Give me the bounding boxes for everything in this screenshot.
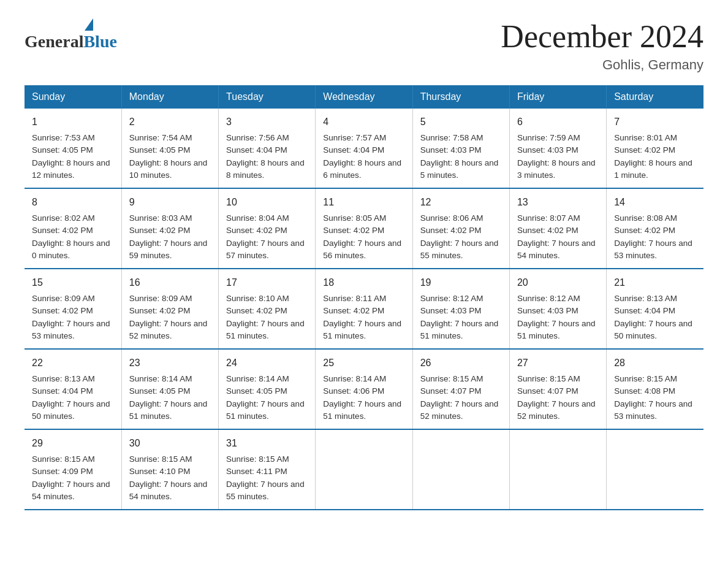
day-info: Sunrise: 7:54 AMSunset: 4:05 PMDaylight:… (129, 132, 211, 182)
day-number: 19 (420, 275, 502, 290)
calendar-cell: 14Sunrise: 8:08 AMSunset: 4:02 PMDayligh… (607, 188, 703, 269)
day-number: 5 (420, 115, 502, 129)
calendar-cell: 7Sunrise: 8:01 AMSunset: 4:02 PMDaylight… (607, 109, 703, 188)
day-number: 25 (323, 356, 404, 370)
calendar-cell: 16Sunrise: 8:09 AMSunset: 4:02 PMDayligh… (121, 269, 218, 349)
logo-general-text: General (25, 32, 83, 52)
calendar-cell: 2Sunrise: 7:54 AMSunset: 4:05 PMDaylight… (121, 109, 218, 188)
header-day-monday: Monday (121, 85, 218, 109)
day-number: 30 (129, 436, 211, 451)
calendar-title: December 2024 (501, 18, 703, 55)
day-number: 2 (129, 115, 211, 129)
day-number: 16 (129, 275, 211, 290)
day-info: Sunrise: 7:56 AMSunset: 4:04 PMDaylight:… (226, 132, 308, 182)
day-info: Sunrise: 8:06 AMSunset: 4:02 PMDaylight:… (420, 212, 502, 262)
day-number: 1 (32, 115, 114, 129)
day-info: Sunrise: 8:02 AMSunset: 4:02 PMDaylight:… (32, 212, 114, 262)
day-info: Sunrise: 8:09 AMSunset: 4:02 PMDaylight:… (129, 293, 211, 342)
day-info: Sunrise: 8:15 AMSunset: 4:08 PMDaylight:… (614, 373, 696, 423)
day-info: Sunrise: 8:11 AMSunset: 4:02 PMDaylight:… (323, 293, 404, 342)
calendar-cell (509, 429, 606, 510)
calendar-cell (607, 429, 703, 510)
day-info: Sunrise: 8:04 AMSunset: 4:02 PMDaylight:… (226, 212, 308, 262)
calendar-cell: 21Sunrise: 8:13 AMSunset: 4:04 PMDayligh… (607, 269, 703, 349)
week-row-2: 8Sunrise: 8:02 AMSunset: 4:02 PMDaylight… (25, 188, 703, 269)
calendar-cell: 12Sunrise: 8:06 AMSunset: 4:02 PMDayligh… (412, 188, 509, 269)
day-number: 22 (32, 356, 114, 370)
day-info: Sunrise: 8:15 AMSunset: 4:07 PMDaylight:… (420, 373, 502, 423)
header-row: SundayMondayTuesdayWednesdayThursdayFrid… (25, 85, 703, 109)
day-number: 8 (32, 195, 114, 210)
day-number: 6 (517, 115, 599, 129)
calendar-cell: 3Sunrise: 7:56 AMSunset: 4:04 PMDaylight… (219, 109, 316, 188)
day-info: Sunrise: 8:13 AMSunset: 4:04 PMDaylight:… (32, 373, 114, 423)
calendar-table: SundayMondayTuesdayWednesdayThursdayFrid… (25, 85, 703, 510)
calendar-cell (412, 429, 509, 510)
day-number: 20 (517, 275, 599, 290)
day-info: Sunrise: 8:15 AMSunset: 4:11 PMDaylight:… (226, 453, 308, 503)
day-number: 31 (226, 436, 308, 451)
day-number: 3 (226, 115, 308, 129)
calendar-cell: 5Sunrise: 7:58 AMSunset: 4:03 PMDaylight… (412, 109, 509, 188)
header-day-tuesday: Tuesday (219, 85, 316, 109)
day-info: Sunrise: 7:58 AMSunset: 4:03 PMDaylight:… (420, 132, 502, 182)
day-number: 21 (614, 275, 696, 290)
calendar-cell: 18Sunrise: 8:11 AMSunset: 4:02 PMDayligh… (316, 269, 412, 349)
calendar-cell: 4Sunrise: 7:57 AMSunset: 4:04 PMDaylight… (316, 109, 412, 188)
day-info: Sunrise: 8:14 AMSunset: 4:05 PMDaylight:… (129, 373, 211, 423)
day-info: Sunrise: 8:01 AMSunset: 4:02 PMDaylight:… (614, 132, 696, 182)
calendar-cell: 23Sunrise: 8:14 AMSunset: 4:05 PMDayligh… (121, 349, 218, 429)
day-info: Sunrise: 8:14 AMSunset: 4:06 PMDaylight:… (323, 373, 404, 423)
day-info: Sunrise: 8:12 AMSunset: 4:03 PMDaylight:… (517, 293, 599, 342)
calendar-cell: 1Sunrise: 7:53 AMSunset: 4:05 PMDaylight… (25, 109, 121, 188)
calendar-cell: 20Sunrise: 8:12 AMSunset: 4:03 PMDayligh… (509, 269, 606, 349)
calendar-cell: 10Sunrise: 8:04 AMSunset: 4:02 PMDayligh… (219, 188, 316, 269)
day-number: 18 (323, 275, 404, 290)
week-row-5: 29Sunrise: 8:15 AMSunset: 4:09 PMDayligh… (25, 429, 703, 510)
day-number: 12 (420, 195, 502, 210)
calendar-subtitle: Gohlis, Germany (501, 57, 703, 73)
calendar-cell: 31Sunrise: 8:15 AMSunset: 4:11 PMDayligh… (219, 429, 316, 510)
day-number: 26 (420, 356, 502, 370)
calendar-cell: 25Sunrise: 8:14 AMSunset: 4:06 PMDayligh… (316, 349, 412, 429)
week-row-3: 15Sunrise: 8:09 AMSunset: 4:02 PMDayligh… (25, 269, 703, 349)
day-number: 28 (614, 356, 696, 370)
calendar-cell: 9Sunrise: 8:03 AMSunset: 4:02 PMDaylight… (121, 188, 218, 269)
day-number: 7 (614, 115, 696, 129)
header-day-friday: Friday (509, 85, 606, 109)
week-row-1: 1Sunrise: 7:53 AMSunset: 4:05 PMDaylight… (25, 109, 703, 188)
calendar-cell: 17Sunrise: 8:10 AMSunset: 4:02 PMDayligh… (219, 269, 316, 349)
day-number: 27 (517, 356, 599, 370)
calendar-header: SundayMondayTuesdayWednesdayThursdayFrid… (25, 85, 703, 109)
day-number: 23 (129, 356, 211, 370)
calendar-cell: 6Sunrise: 7:59 AMSunset: 4:03 PMDaylight… (509, 109, 606, 188)
logo-blue-text: Blue (83, 32, 116, 52)
calendar-cell: 29Sunrise: 8:15 AMSunset: 4:09 PMDayligh… (25, 429, 121, 510)
day-number: 10 (226, 195, 308, 210)
day-info: Sunrise: 8:03 AMSunset: 4:02 PMDaylight:… (129, 212, 211, 262)
day-info: Sunrise: 7:59 AMSunset: 4:03 PMDaylight:… (517, 132, 599, 182)
calendar-cell: 15Sunrise: 8:09 AMSunset: 4:02 PMDayligh… (25, 269, 121, 349)
day-number: 9 (129, 195, 211, 210)
calendar-cell: 26Sunrise: 8:15 AMSunset: 4:07 PMDayligh… (412, 349, 509, 429)
day-info: Sunrise: 7:57 AMSunset: 4:04 PMDaylight:… (323, 132, 404, 182)
day-number: 17 (226, 275, 308, 290)
logo-blue-part: Blue (83, 18, 116, 52)
calendar-cell: 27Sunrise: 8:15 AMSunset: 4:07 PMDayligh… (509, 349, 606, 429)
week-row-4: 22Sunrise: 8:13 AMSunset: 4:04 PMDayligh… (25, 349, 703, 429)
day-number: 13 (517, 195, 599, 210)
day-number: 29 (32, 436, 114, 451)
day-number: 14 (614, 195, 696, 210)
header-day-sunday: Sunday (25, 85, 121, 109)
header-day-wednesday: Wednesday (316, 85, 412, 109)
day-info: Sunrise: 8:15 AMSunset: 4:07 PMDaylight:… (517, 373, 599, 423)
header-day-thursday: Thursday (412, 85, 509, 109)
calendar-cell: 30Sunrise: 8:15 AMSunset: 4:10 PMDayligh… (121, 429, 218, 510)
calendar-cell: 19Sunrise: 8:12 AMSunset: 4:03 PMDayligh… (412, 269, 509, 349)
day-info: Sunrise: 8:07 AMSunset: 4:02 PMDaylight:… (517, 212, 599, 262)
header-day-saturday: Saturday (607, 85, 703, 109)
logo: General Blue (25, 18, 117, 52)
day-info: Sunrise: 8:15 AMSunset: 4:09 PMDaylight:… (32, 453, 114, 503)
day-info: Sunrise: 8:05 AMSunset: 4:02 PMDaylight:… (323, 212, 404, 262)
calendar-cell: 8Sunrise: 8:02 AMSunset: 4:02 PMDaylight… (25, 188, 121, 269)
